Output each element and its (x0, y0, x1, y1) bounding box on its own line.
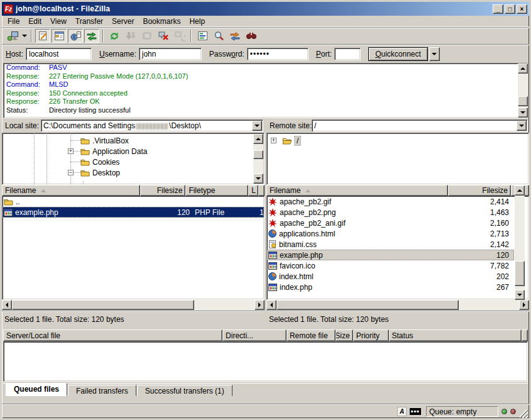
sync-browse-button[interactable] (227, 29, 243, 43)
file-row-bitnami-css[interactable]: bitnami.css2,142 (267, 239, 514, 250)
disconnect-button[interactable] (156, 29, 171, 43)
file-row-index-html[interactable]: index.html202 (267, 271, 514, 282)
redacted-username (136, 123, 168, 130)
compare-button[interactable] (211, 29, 226, 43)
port-input[interactable] (334, 48, 361, 60)
menu-file[interactable]: File (3, 16, 24, 26)
file-row-apache-pb2-ani-gif[interactable]: apache_pb2_ani.gif2,160 (267, 218, 514, 228)
menu-server[interactable]: Server (107, 16, 138, 26)
queue-body[interactable] (3, 341, 528, 382)
refresh-icon (109, 31, 120, 41)
tab-successful-transfers-1-[interactable]: Successful transfers (1) (137, 385, 233, 396)
remote-site-bar: Remote site: / (266, 119, 529, 133)
scroll-down-button[interactable] (253, 174, 263, 184)
toggle-transfer-queue-button[interactable] (84, 29, 99, 43)
scrollbar-thumb[interactable] (12, 300, 194, 310)
remote-hscrollbar[interactable] (266, 300, 529, 311)
filter-button[interactable] (195, 29, 210, 43)
tree-item-application-data[interactable]: Application Data (79, 146, 147, 157)
menu-help[interactable]: Help (185, 16, 209, 26)
quickconnect-button[interactable]: Quickconnect (368, 47, 428, 61)
scroll-up-button[interactable] (253, 134, 263, 144)
tree-item-root[interactable]: / (281, 135, 300, 146)
column-header-filesize[interactable]: Filesize (140, 185, 186, 196)
column-header-filename[interactable]: Filename (266, 185, 448, 196)
local-site-combobox[interactable]: C:\Documents and Settings\Desktop\ (41, 119, 263, 132)
datatype-ascii-icon: A (397, 407, 407, 416)
scroll-right-button[interactable] (255, 300, 265, 310)
reconnect-icon (174, 31, 185, 41)
scrollbar-thumb[interactable] (518, 96, 528, 106)
username-input[interactable]: john (139, 48, 202, 60)
size: 202 (449, 271, 512, 282)
php-file-icon (268, 262, 277, 270)
scroll-up-button[interactable] (515, 185, 525, 196)
local-file-list[interactable]: ..example.php120PHP File1 (2, 196, 265, 300)
tree-expand-icon[interactable]: + (68, 148, 74, 154)
reconnect-button (172, 29, 187, 43)
remote-site-combobox[interactable]: / (312, 119, 528, 132)
minimize-button[interactable]: _ (493, 4, 503, 14)
queue-header: Server/Local fileDirecti...Remote fileSi… (3, 329, 528, 341)
maximize-button[interactable]: □ (505, 4, 515, 14)
scrollbar-thumb[interactable] (515, 261, 525, 286)
size: 120 (449, 250, 512, 260)
remote-file-list[interactable]: apache_pb2.gif2,414apache_pb2.png1,463ap… (266, 196, 529, 300)
toggle-remote-tree-button[interactable] (68, 29, 83, 43)
size: 120 (145, 207, 192, 218)
tree-expand-icon[interactable]: + (271, 138, 276, 143)
refresh-button[interactable] (107, 29, 122, 43)
quickconnect-dropdown-button[interactable] (429, 47, 440, 61)
log-scrollbar[interactable] (518, 64, 528, 118)
close-button[interactable]: × (517, 4, 527, 14)
local-hscrollbar[interactable] (2, 300, 265, 311)
file-row-favicon-ico[interactable]: favicon.ico7,782 (267, 260, 514, 271)
remote-site-dropdown-button[interactable] (517, 121, 527, 131)
resize-grip[interactable] (520, 410, 528, 418)
column-header-filler (258, 185, 265, 196)
tree-item-desktop[interactable]: Desktop (79, 167, 120, 178)
tab-queued-files[interactable]: Queued files (6, 383, 67, 396)
local-tree[interactable]: .VirtualBox+Application DataCookies−Desk… (2, 133, 265, 185)
remote-list-scrollbar[interactable] (515, 185, 525, 300)
toggle-message-log-button[interactable] (35, 29, 50, 43)
scrollbar-thumb[interactable] (253, 150, 263, 159)
scroll-down-button[interactable] (518, 108, 528, 118)
host-input[interactable]: localhost (26, 48, 92, 60)
toggle-local-tree-button[interactable] (52, 29, 67, 43)
site-manager-dropdown-button[interactable] (21, 29, 28, 43)
local-tree-scrollbar[interactable] (253, 134, 263, 184)
menu-transfer[interactable]: Transfer (71, 16, 107, 26)
column-header-filetype[interactable]: Filetype (185, 185, 248, 196)
column-header-filename[interactable]: Filename (2, 185, 140, 196)
column-header-l[interactable]: L (248, 185, 258, 196)
local-site-dropdown-button[interactable] (252, 121, 262, 131)
password-input[interactable]: •••••• (247, 48, 309, 60)
site-manager-button[interactable] (5, 29, 20, 43)
filetype (192, 196, 257, 207)
file-row-example-php[interactable]: example.php120 (267, 250, 514, 260)
file-row--[interactable]: .. (3, 196, 264, 207)
scrollbar-thumb[interactable] (276, 300, 459, 310)
file-row-index-php[interactable]: index.php267 (267, 282, 514, 292)
chevron-down-icon (519, 124, 524, 127)
menu-view[interactable]: View (46, 16, 71, 26)
tree-item-cookies[interactable]: Cookies (79, 157, 119, 167)
tree-collapse-icon[interactable]: − (68, 170, 74, 175)
file-row-example-php[interactable]: example.php120PHP File1 (3, 207, 264, 218)
file-row-apache-pb2-gif[interactable]: apache_pb2.gif2,414 (267, 196, 514, 207)
column-header-filesize[interactable]: Filesize (448, 185, 511, 196)
scroll-right-button[interactable] (519, 300, 529, 310)
tab-failed-transfers[interactable]: Failed transfers (68, 385, 136, 396)
scroll-left-button[interactable] (2, 300, 12, 310)
find-files-button[interactable] (244, 29, 259, 43)
menu-edit[interactable]: Edit (24, 16, 46, 26)
file-row-apache-pb2-png[interactable]: apache_pb2.png1,463 (267, 207, 514, 218)
tree-item--virtualbox[interactable]: .VirtualBox (79, 135, 129, 146)
scroll-up-button[interactable] (518, 64, 528, 74)
file-row-applications-html[interactable]: applications.html2,713 (267, 228, 514, 239)
scroll-left-button[interactable] (266, 300, 276, 310)
remote-tree[interactable]: +/ (266, 133, 529, 185)
scroll-down-button[interactable] (515, 290, 525, 300)
menu-bookmarks[interactable]: Bookmarks (138, 16, 185, 26)
